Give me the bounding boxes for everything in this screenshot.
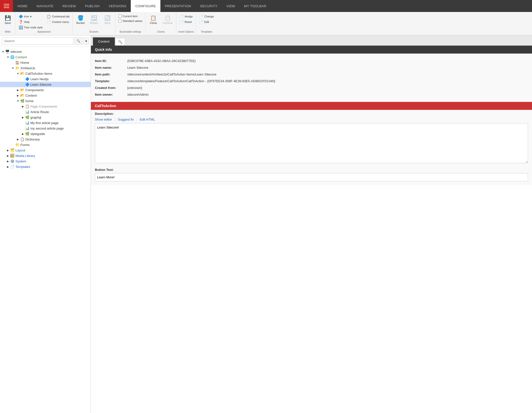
tree-toggle-layout[interactable]: ▶: [6, 148, 10, 152]
search-icon: 🔍: [76, 39, 80, 43]
ribbon-clones-wrap: 📋 Clone 📋 Unclone Clones: [147, 14, 175, 33]
content-area: Quick Info Item ID: {538C076E-43BA-4332-…: [91, 46, 532, 413]
item-owner-value: sitecore\Admin: [127, 93, 149, 96]
tree-item-components[interactable]: ▶ 📂 Components: [0, 87, 91, 93]
current-item-checkbox-label[interactable]: Current item: [117, 14, 144, 18]
content-label: Content: [15, 55, 27, 59]
content-panel: Content 🔍 Quick Info Item ID: {538C076E-…: [91, 35, 532, 413]
tree-toggle-components[interactable]: ▶: [16, 88, 20, 92]
ribbon-insert-options-wrap: 📄 Assign 📄 Reset Insert Options: [178, 14, 194, 33]
forms-label: Forms: [20, 143, 30, 147]
dictionary-label: Dictionary: [25, 138, 40, 141]
tree-toggle-xmnextjs[interactable]: ▼: [11, 66, 15, 70]
save-button[interactable]: 💾 Save: [1, 14, 14, 25]
bucket-button[interactable]: 🪣 Bucket: [74, 14, 87, 25]
tree-item-forms[interactable]: ▶ 📁 Forms: [0, 142, 91, 147]
search-input[interactable]: [2, 37, 73, 45]
suggest-fix-link[interactable]: Suggest fix: [118, 117, 134, 122]
tree-toggle-templates[interactable]: ▶: [6, 165, 10, 169]
unclone-button[interactable]: 📋 Unclone: [161, 14, 175, 25]
tree-item-home[interactable]: ▼ 🌿 home: [0, 98, 91, 104]
learn-nextjs-label: Learn Nextjs: [30, 77, 49, 81]
change-template-button[interactable]: 📄 Change: [198, 14, 215, 19]
icon-button[interactable]: 🔷 Icon ▾: [17, 14, 44, 19]
item-path-value: /sitecore/content/XmNextJs/CallToAction …: [127, 72, 216, 76]
tree-item-page-components[interactable]: ▶ 📋 Page Components: [0, 104, 91, 109]
tree-node-style-button[interactable]: 🔠 Tree node style: [17, 25, 44, 30]
description-textarea[interactable]: Learn Sitecore!: [95, 123, 528, 163]
assign-button[interactable]: 📄 Assign: [178, 14, 194, 19]
nav-review[interactable]: REVIEW: [58, 0, 80, 12]
tree-item-home-item[interactable]: ▶ 🏠 Home: [0, 60, 91, 65]
edit-template-button[interactable]: 📄 Edit: [198, 19, 215, 24]
tree-item-system[interactable]: ▶ ⚙️ System: [0, 158, 91, 164]
tree-item-content2[interactable]: ▶ 📂 Content: [0, 93, 91, 98]
nav-view[interactable]: VIEW: [222, 0, 240, 12]
tree-toggle-page-components[interactable]: ▶: [21, 104, 25, 108]
tree-item-templates[interactable]: ▶ 📄 Templates: [0, 164, 91, 169]
tree-item-content[interactable]: ▼ 🌐 Content: [0, 54, 91, 60]
standard-values-checkbox[interactable]: [118, 19, 122, 22]
tree-item-article-route[interactable]: 📊 Article Route: [0, 109, 91, 115]
nav-versions[interactable]: VERSIONS: [104, 0, 131, 12]
tree-toggle-dictionary[interactable]: ▶: [16, 137, 20, 141]
tree-item-calltoaction[interactable]: ▼ 📂 CallToAction Items: [0, 71, 91, 76]
tree-item-my-first-article[interactable]: 📊 My first article page: [0, 120, 91, 126]
tree-toggle-system[interactable]: ▶: [6, 159, 10, 163]
tree-item-xmnextjs[interactable]: ▼ 📁 XmNextJs: [0, 65, 91, 71]
tree-toggle-media-library[interactable]: ▶: [6, 154, 10, 158]
help-button[interactable]: ❓ Help: [17, 19, 44, 24]
page-components-label: Page Components: [30, 105, 57, 108]
ribbon-appearance-section: 🔷 Icon ▾ ❓ Help 🔠 Tree node style: [16, 13, 73, 34]
templates-label: Templates: [15, 165, 30, 169]
ribbon-bucketable-section: Current item Standard values Bucketable …: [115, 13, 146, 34]
tree-toggle-home2[interactable]: ▼: [16, 99, 20, 103]
tab-content[interactable]: Content: [93, 37, 115, 46]
current-item-checkbox[interactable]: [118, 14, 122, 18]
tree-item-graphql[interactable]: ▶ 🌿 graphql: [0, 115, 91, 120]
hamburger-button[interactable]: [0, 0, 13, 12]
revert-icon: ↩️: [91, 15, 97, 21]
tree-item-styleguide[interactable]: ▶ 🌿 styleguide: [0, 131, 91, 137]
ribbon-appearance-wrap: 🔷 Icon ▾ ❓ Help 🔠 Tree node style: [17, 14, 71, 33]
tree-item-my-second-article[interactable]: 📊 my second article page: [0, 126, 91, 131]
tree-toggle-sitecore[interactable]: ▼: [1, 50, 5, 54]
nav-configure[interactable]: CONFIGURE: [131, 0, 160, 12]
sync-button[interactable]: 🔄 Sync: [101, 14, 114, 25]
contextual-tab-button[interactable]: 📋 Contextual tab: [45, 14, 71, 19]
tree-toggle-styleguide[interactable]: ▶: [21, 132, 25, 136]
bucket-icon: 🪣: [77, 15, 84, 21]
tree-toggle-content2[interactable]: ▶: [16, 93, 20, 97]
tree-toggle-calltoaction[interactable]: ▼: [16, 71, 20, 75]
ribbon-buckets-wrap: 🪣 Bucket ↩️ Revert 🔄 Sync Buckets: [74, 14, 114, 33]
nav-my-toolbar[interactable]: MY TOOLBAR: [240, 0, 271, 12]
tree-item-sitecore[interactable]: ▼ 🖥️ sitecore: [0, 49, 91, 54]
ribbon-clones-content: 📋 Clone 📋 Unclone: [147, 14, 175, 30]
standard-values-checkbox-label[interactable]: Standard values: [117, 19, 144, 23]
tree-toggle-graphql[interactable]: ▶: [21, 115, 25, 119]
tree-item-learn-sitecore[interactable]: 🔷 Learn Sitecore: [0, 82, 91, 87]
revert-button[interactable]: ↩️ Revert: [88, 14, 100, 25]
search-dropdown-button[interactable]: ▾: [84, 38, 89, 45]
tree-item-media-library[interactable]: ▶ 🖼️ Media Library: [0, 153, 91, 158]
nav-home[interactable]: HOME: [13, 0, 32, 12]
sitecore-icon: 🖥️: [5, 49, 9, 54]
tab-search-button[interactable]: 🔍: [115, 38, 125, 46]
tree-item-layout[interactable]: ▶ 🗂️ Layout: [0, 147, 91, 153]
nav-presentation[interactable]: PRESENTATION: [160, 0, 196, 12]
tree-item-dictionary[interactable]: ▶ 📋 Dictionary: [0, 137, 91, 142]
button-text-input[interactable]: [95, 173, 528, 181]
tree-toggle-content[interactable]: ▼: [6, 55, 10, 59]
clone-button[interactable]: 📋 Clone: [147, 14, 160, 25]
reset-button[interactable]: 📄 Reset: [178, 19, 194, 24]
show-editor-link[interactable]: Show editor: [95, 117, 112, 122]
tree-container: ▼ 🖥️ sitecore ▼ 🌐 Content ▶ 🏠 Home ▼ 📁 X…: [0, 47, 91, 413]
change-template-icon: 📄: [199, 14, 203, 18]
nav-security[interactable]: SECURITY: [196, 0, 222, 12]
edit-html-link[interactable]: Edit HTML: [140, 117, 155, 122]
context-menu-button[interactable]: 📄 Context menu: [45, 19, 71, 24]
tree-item-learn-nextjs[interactable]: 🔷 Learn Nextjs: [0, 76, 91, 82]
nav-navigate[interactable]: NAVIGATE: [32, 0, 58, 12]
search-button[interactable]: 🔍: [74, 37, 83, 45]
nav-publish[interactable]: PUBLISH: [80, 0, 104, 12]
